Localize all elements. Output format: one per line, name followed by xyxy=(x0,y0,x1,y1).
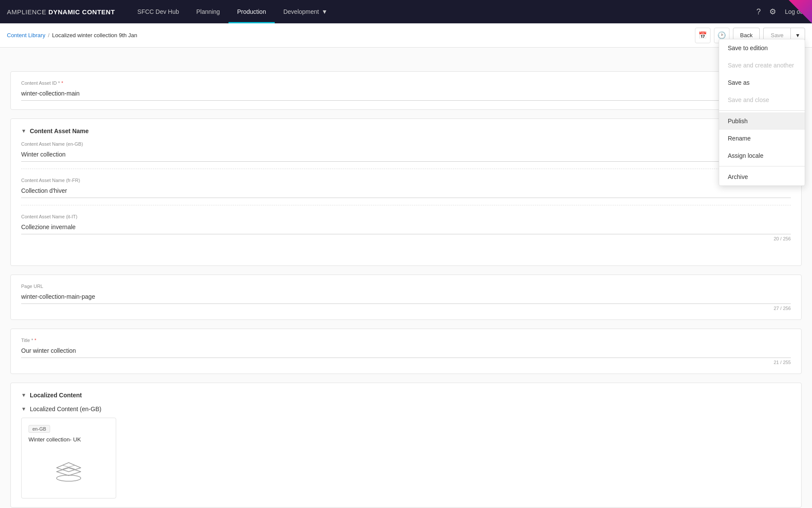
dropdown-archive[interactable]: Archive xyxy=(719,168,805,185)
page-url-label: Page URL xyxy=(21,284,791,289)
title-section: Title * 21 / 255 xyxy=(10,329,802,374)
nav-links: SFCC Dev Hub Planning Production Develop… xyxy=(129,0,756,23)
brand-logo: AMPLIENCE DYNAMIC CONTENT xyxy=(7,8,115,16)
page-url-input[interactable] xyxy=(21,291,791,304)
dropdown-save-as[interactable]: Save as xyxy=(719,74,805,91)
top-nav: AMPLIENCE DYNAMIC CONTENT SFCC Dev Hub P… xyxy=(0,0,812,23)
dropdown-save-and-close: Save and close xyxy=(719,91,805,109)
nav-sfcc-dev-hub[interactable]: SFCC Dev Hub xyxy=(129,0,187,23)
dropdown-assign-locale[interactable]: Assign locale xyxy=(719,147,805,164)
locale-fr-fr-field: Content Asset Name (fr-FR) xyxy=(21,178,791,205)
breadcrumb-separator: / xyxy=(48,32,50,38)
localized-content-en-gb-header[interactable]: ▼ Localized Content (en-GB) xyxy=(21,406,791,412)
locale-en-gb-field: Content Asset Name (en-GB) xyxy=(21,141,791,169)
asset-name-section-title: Content Asset Name xyxy=(30,128,89,134)
breadcrumb-library-link[interactable]: Content Library xyxy=(7,32,45,38)
save-dropdown-menu: Save to edition Save and create another … xyxy=(719,39,805,186)
title-label: Title * xyxy=(21,338,791,343)
brand-amplience: AMPLIENCE xyxy=(7,8,46,16)
locale-en-gb-label: Content Asset Name (en-GB) xyxy=(21,141,791,147)
filter-locale-row: Filter loca... xyxy=(10,58,802,64)
dropdown-publish[interactable]: Publish xyxy=(719,112,805,130)
breadcrumb: Content Library / Localized winter colle… xyxy=(7,32,695,38)
it-it-char-count: 20 / 256 xyxy=(21,236,791,241)
card-icon xyxy=(29,448,109,491)
dropdown-divider-1 xyxy=(719,110,805,111)
content-card-en-gb[interactable]: en-GB Winter collection- UK xyxy=(21,418,116,498)
locale-fr-fr-input[interactable] xyxy=(21,185,791,198)
localized-content-title: Localized Content xyxy=(30,392,82,399)
asset-name-section: ▼ Content Asset Name Content Asset Name … xyxy=(10,118,802,266)
card-title: Winter collection- UK xyxy=(29,436,109,443)
dropdown-save-and-create-another: Save and create another xyxy=(719,57,805,74)
localized-content-en-gb-label: Localized Content (en-GB) xyxy=(30,406,102,412)
nav-development[interactable]: Development ▼ xyxy=(275,0,336,23)
calendar-button[interactable]: 📅 xyxy=(695,28,710,43)
dropdown-save-to-edition[interactable]: Save to edition xyxy=(719,39,805,57)
toolbar: Content Library / Localized winter colle… xyxy=(0,23,812,48)
locale-it-it-label: Content Asset Name (it-IT) xyxy=(21,214,791,219)
locale-it-it-field: Content Asset Name (it-IT) 20 / 256 xyxy=(21,214,791,248)
nav-production[interactable]: Production xyxy=(228,0,275,23)
chevron-down-icon: ▼ xyxy=(21,406,26,412)
page-url-section: Page URL 27 / 256 xyxy=(10,275,802,320)
main-container: Filter loca... Content Asset ID * ▼ Cont… xyxy=(0,48,812,508)
chevron-down-icon: ▼ xyxy=(795,32,800,38)
dropdown-divider-2 xyxy=(719,166,805,166)
asset-id-section: Content Asset ID * xyxy=(10,71,802,110)
asset-id-input[interactable] xyxy=(21,88,791,101)
locale-it-it-input[interactable] xyxy=(21,222,791,234)
title-char-count: 21 / 255 xyxy=(21,360,791,365)
svg-point-0 xyxy=(57,475,81,481)
locale-en-gb-input[interactable] xyxy=(21,149,791,162)
nav-planning[interactable]: Planning xyxy=(188,0,229,23)
localized-content-section: ▼ Localized Content ▼ Localized Content … xyxy=(10,383,802,508)
content-area: Filter loca... Content Asset ID * ▼ Cont… xyxy=(0,48,812,508)
localized-content-header[interactable]: ▼ Localized Content xyxy=(21,392,791,399)
asset-id-label: Content Asset ID * xyxy=(21,80,791,86)
chevron-down-icon: ▼ xyxy=(21,128,26,134)
breadcrumb-current-page: Localized winter collection 9th Jan xyxy=(52,32,137,38)
page-url-char-count: 27 / 256 xyxy=(21,306,791,311)
title-input[interactable] xyxy=(21,345,791,358)
chevron-down-icon: ▼ xyxy=(21,392,26,398)
help-button[interactable]: ? xyxy=(756,7,761,16)
asset-name-section-header[interactable]: ▼ Content Asset Name xyxy=(21,128,791,134)
locale-badge: en-GB xyxy=(29,425,50,433)
settings-button[interactable]: ⚙ xyxy=(769,7,776,16)
dropdown-rename[interactable]: Rename xyxy=(719,130,805,147)
locale-fr-fr-label: Content Asset Name (fr-FR) xyxy=(21,178,791,183)
brand-content: CONTENT xyxy=(82,8,115,16)
brand-dynamic: DYNAMIC xyxy=(48,8,80,16)
nav-development-label: Development xyxy=(283,8,319,15)
chevron-down-icon: ▼ xyxy=(321,8,327,15)
